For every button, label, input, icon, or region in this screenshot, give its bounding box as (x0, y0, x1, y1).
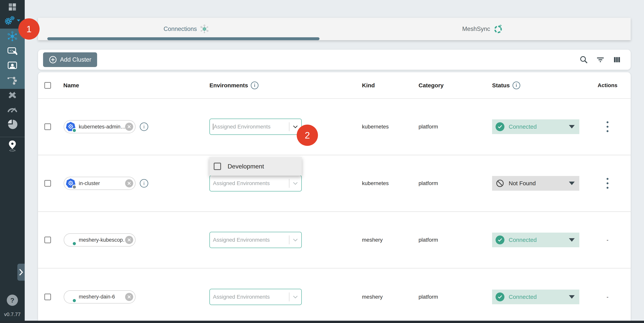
tools-icon (7, 90, 18, 100)
bottom-edge-band (0, 321, 644, 323)
app-version: v0.7.77 (0, 311, 25, 317)
tab-bar: Connections MeshSync (38, 18, 631, 40)
tab-meshsync-label: MeshSync (462, 26, 490, 33)
header-environments[interactable]: Environments i (210, 82, 362, 89)
row-checkbox[interactable] (44, 123, 51, 130)
kind-cell: meshery (362, 237, 418, 243)
status-info-icon[interactable]: i (512, 82, 520, 89)
remove-connection-icon[interactable] (125, 179, 133, 187)
environments-select[interactable]: Assigned Environments (210, 289, 302, 305)
tab-meshsync[interactable]: MeshSync (334, 18, 631, 40)
table-row: in-cluster i Assigned Environments kuber… (38, 155, 631, 212)
annotation-step-2: 2 (297, 125, 318, 146)
connection-name: kubernetes-admin… (79, 124, 125, 130)
plus-circle-icon (49, 56, 57, 64)
connection-status-dot (72, 128, 77, 133)
connection-status-dot (72, 241, 77, 246)
environments-select[interactable]: Assigned Environments (210, 175, 302, 191)
caret-down-icon (569, 295, 575, 299)
view-columns-icon[interactable] (612, 55, 622, 64)
connection-name: meshery-dain-6 (79, 294, 125, 300)
active-tab-indicator (47, 37, 320, 40)
caret-down-icon (569, 238, 575, 242)
remove-connection-icon[interactable] (125, 293, 133, 301)
category-cell: platform (418, 124, 492, 130)
status-badge[interactable]: Connected (492, 289, 579, 304)
caret-down-icon (569, 182, 575, 185)
add-cluster-button[interactable]: Add Cluster (43, 52, 97, 67)
select-all-checkbox[interactable] (44, 82, 51, 89)
kind-cell: meshery (362, 294, 418, 300)
table-row: meshery-kubescop… Assigned Environments … (38, 212, 631, 268)
environments-dropdown: Development (210, 157, 302, 176)
connected-check-icon (496, 292, 504, 301)
mesh-icon (200, 25, 209, 34)
annotation-step-1: 1 (18, 18, 40, 40)
environments-select[interactable]: Assigned Environments (210, 232, 302, 248)
chevron-down-icon[interactable] (290, 294, 301, 300)
row-actions-menu-icon[interactable] (606, 121, 608, 132)
remove-connection-icon[interactable] (125, 123, 133, 131)
tab-connections[interactable]: Connections (38, 18, 334, 40)
sidebar-item-dashboard[interactable] (0, 2, 25, 12)
meshsync-spinner-icon (493, 24, 503, 34)
code-wrench-icon: <> (7, 46, 18, 56)
connection-chip[interactable]: kubernetes-admin… (64, 120, 136, 133)
chevron-down-icon[interactable] (290, 180, 301, 186)
environment-option-checkbox[interactable] (214, 163, 221, 170)
sidebar-item-performance[interactable] (0, 104, 25, 114)
sidebar-item-designs[interactable] (0, 61, 25, 71)
category-cell: platform (418, 237, 492, 243)
environments-select[interactable]: Assigned Environments (210, 119, 302, 135)
user-avatar-icon (66, 235, 76, 245)
connection-chip[interactable]: in-cluster (64, 177, 136, 190)
connection-name: meshery-kubescop… (79, 237, 125, 243)
sidebar-item-adapters[interactable]: <> (0, 46, 25, 56)
header-kind[interactable]: Kind (362, 82, 418, 89)
connection-chip[interactable]: meshery-kubescop… (64, 233, 136, 246)
header-status[interactable]: Status i (492, 82, 584, 89)
header-name[interactable]: Name (57, 82, 210, 89)
category-cell: platform (418, 294, 492, 300)
row-checkbox[interactable] (44, 180, 51, 187)
kind-cell: kubernetes (362, 124, 418, 130)
status-badge[interactable]: Connected (492, 233, 579, 247)
kind-cell: kubernetes (362, 180, 418, 186)
filter-icon[interactable] (596, 55, 605, 64)
kubernetes-icon (66, 122, 76, 132)
environments-info-icon[interactable]: i (251, 82, 258, 89)
connected-check-icon (496, 235, 504, 244)
header-category[interactable]: Category (418, 82, 492, 89)
sidebar-item-catalog[interactable] (0, 139, 25, 152)
sidebar-item-extensions[interactable] (0, 119, 25, 130)
sidebar-item-workloads[interactable] (0, 75, 25, 85)
pie-icon (7, 119, 18, 130)
dashboard-icon (8, 2, 17, 12)
status-badge[interactable]: Connected (492, 119, 579, 134)
connection-info-icon[interactable]: i (140, 123, 148, 131)
sidebar-expand-button[interactable] (17, 264, 25, 281)
table-header-row: Name Environments i Kind Category Status… (38, 72, 631, 99)
row-checkbox[interactable] (44, 237, 51, 243)
location-pin-icon (8, 140, 17, 152)
status-badge[interactable]: Not Found (492, 176, 579, 191)
sidebar-help-button[interactable]: ? (0, 294, 25, 306)
row-checkbox[interactable] (44, 294, 51, 300)
header-actions: Actions (584, 82, 631, 89)
connection-chip[interactable]: meshery-dain-6 (64, 290, 136, 303)
search-icon[interactable] (579, 55, 588, 64)
environment-option-label[interactable]: Development (228, 163, 264, 170)
connection-info-icon[interactable]: i (140, 179, 148, 188)
sidebar-item-configuration[interactable] (0, 90, 25, 100)
no-actions-placeholder: - (606, 294, 608, 300)
row-actions-menu-icon[interactable] (606, 178, 608, 189)
chevron-down-icon[interactable] (290, 237, 301, 243)
tab-connections-label: Connections (164, 26, 197, 33)
connection-status-dot (72, 298, 77, 303)
kubernetes-icon (66, 178, 76, 188)
speedometer-icon (7, 105, 18, 113)
add-cluster-label: Add Cluster (60, 56, 91, 63)
connection-status-dot (72, 185, 77, 189)
remove-connection-icon[interactable] (125, 236, 133, 244)
connection-name: in-cluster (79, 180, 125, 186)
